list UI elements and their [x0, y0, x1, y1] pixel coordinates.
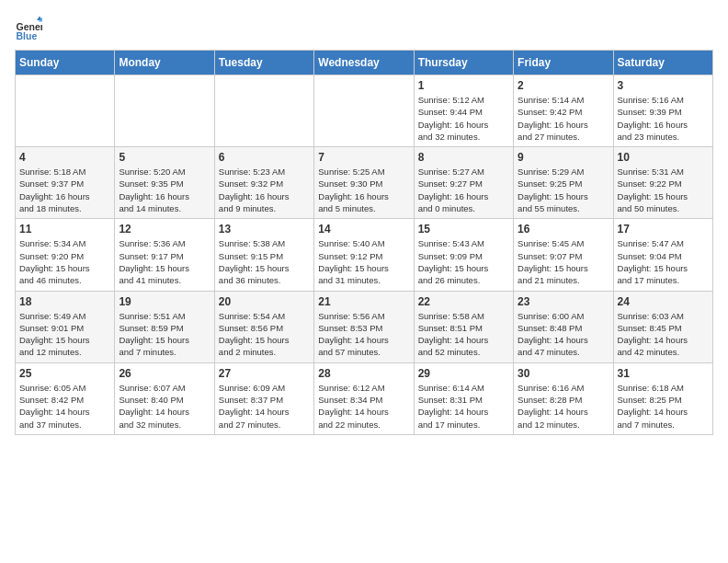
day-info: Sunrise: 6:03 AM Sunset: 8:45 PM Dayligh…: [618, 310, 709, 359]
page-header: General Blue: [15, 15, 713, 42]
day-info: Sunrise: 5:49 AM Sunset: 9:01 PM Dayligh…: [19, 310, 110, 359]
calendar-cell: [314, 75, 414, 147]
day-number: 23: [518, 295, 609, 308]
calendar-cell: 7Sunrise: 5:25 AM Sunset: 9:30 PM Daylig…: [314, 147, 414, 219]
day-info: Sunrise: 6:05 AM Sunset: 8:42 PM Dayligh…: [19, 382, 110, 431]
column-header-sunday: Sunday: [16, 51, 115, 75]
calendar-cell: 22Sunrise: 5:58 AM Sunset: 8:51 PM Dayli…: [414, 291, 513, 362]
calendar-body: 1Sunrise: 5:12 AM Sunset: 9:44 PM Daylig…: [16, 75, 713, 435]
calendar-cell: 21Sunrise: 5:56 AM Sunset: 8:53 PM Dayli…: [314, 291, 414, 362]
logo: General Blue: [15, 15, 42, 42]
day-number: 26: [119, 367, 210, 380]
calendar-cell: 12Sunrise: 5:36 AM Sunset: 9:17 PM Dayli…: [115, 219, 214, 291]
calendar-cell: 18Sunrise: 5:49 AM Sunset: 9:01 PM Dayli…: [16, 291, 115, 362]
day-info: Sunrise: 5:31 AM Sunset: 9:22 PM Dayligh…: [618, 166, 709, 214]
calendar-table: SundayMondayTuesdayWednesdayThursdayFrid…: [15, 50, 713, 435]
day-number: 16: [518, 223, 609, 236]
day-info: Sunrise: 6:00 AM Sunset: 8:48 PM Dayligh…: [518, 310, 609, 359]
day-info: Sunrise: 5:40 AM Sunset: 9:12 PM Dayligh…: [318, 237, 409, 286]
day-info: Sunrise: 6:12 AM Sunset: 8:34 PM Dayligh…: [318, 382, 409, 431]
svg-text:Blue: Blue: [17, 30, 38, 41]
day-number: 24: [618, 295, 709, 308]
day-number: 11: [19, 223, 110, 236]
column-header-friday: Friday: [514, 51, 613, 75]
day-info: Sunrise: 5:20 AM Sunset: 9:35 PM Dayligh…: [119, 166, 210, 214]
day-number: 6: [219, 151, 310, 164]
calendar-cell: 28Sunrise: 6:12 AM Sunset: 8:34 PM Dayli…: [314, 362, 414, 434]
calendar-cell: 9Sunrise: 5:29 AM Sunset: 9:25 PM Daylig…: [514, 147, 613, 219]
day-info: Sunrise: 6:16 AM Sunset: 8:28 PM Dayligh…: [518, 382, 609, 431]
calendar-cell: 24Sunrise: 6:03 AM Sunset: 8:45 PM Dayli…: [613, 291, 712, 362]
calendar-cell: [214, 75, 313, 147]
calendar-cell: 10Sunrise: 5:31 AM Sunset: 9:22 PM Dayli…: [613, 147, 712, 219]
day-number: 9: [518, 151, 609, 164]
day-info: Sunrise: 5:43 AM Sunset: 9:09 PM Dayligh…: [418, 237, 509, 286]
day-info: Sunrise: 6:07 AM Sunset: 8:40 PM Dayligh…: [119, 382, 210, 431]
day-number: 20: [219, 295, 310, 308]
day-number: 21: [318, 295, 409, 308]
calendar-cell: 16Sunrise: 5:45 AM Sunset: 9:07 PM Dayli…: [514, 219, 613, 291]
day-number: 2: [518, 79, 609, 92]
day-number: 19: [119, 295, 210, 308]
day-number: 12: [119, 223, 210, 236]
calendar-cell: 4Sunrise: 5:18 AM Sunset: 9:37 PM Daylig…: [16, 147, 115, 219]
day-info: Sunrise: 5:34 AM Sunset: 9:20 PM Dayligh…: [19, 237, 110, 286]
day-info: Sunrise: 6:09 AM Sunset: 8:37 PM Dayligh…: [219, 382, 310, 431]
calendar-header-row: SundayMondayTuesdayWednesdayThursdayFrid…: [16, 51, 713, 75]
calendar-cell: 5Sunrise: 5:20 AM Sunset: 9:35 PM Daylig…: [115, 147, 214, 219]
day-number: 14: [318, 223, 409, 236]
calendar-cell: 2Sunrise: 5:14 AM Sunset: 9:42 PM Daylig…: [514, 75, 613, 147]
day-info: Sunrise: 5:45 AM Sunset: 9:07 PM Dayligh…: [518, 237, 609, 286]
week-row-5: 25Sunrise: 6:05 AM Sunset: 8:42 PM Dayli…: [16, 362, 713, 434]
day-info: Sunrise: 5:16 AM Sunset: 9:39 PM Dayligh…: [618, 94, 709, 143]
calendar-cell: 15Sunrise: 5:43 AM Sunset: 9:09 PM Dayli…: [414, 219, 513, 291]
day-number: 30: [518, 367, 609, 380]
calendar-cell: 17Sunrise: 5:47 AM Sunset: 9:04 PM Dayli…: [613, 219, 712, 291]
day-info: Sunrise: 5:12 AM Sunset: 9:44 PM Dayligh…: [418, 94, 509, 143]
day-info: Sunrise: 5:38 AM Sunset: 9:15 PM Dayligh…: [219, 237, 310, 286]
day-number: 7: [318, 151, 409, 164]
logo-icon: General Blue: [15, 15, 42, 42]
day-number: 10: [618, 151, 709, 164]
day-number: 4: [19, 151, 110, 164]
day-number: 3: [618, 79, 709, 92]
day-number: 15: [418, 223, 509, 236]
column-header-tuesday: Tuesday: [214, 51, 313, 75]
day-info: Sunrise: 5:18 AM Sunset: 9:37 PM Dayligh…: [19, 166, 110, 214]
day-info: Sunrise: 5:36 AM Sunset: 9:17 PM Dayligh…: [119, 237, 210, 286]
day-number: 29: [418, 367, 509, 380]
day-info: Sunrise: 6:14 AM Sunset: 8:31 PM Dayligh…: [418, 382, 509, 431]
day-number: 25: [19, 367, 110, 380]
day-info: Sunrise: 5:56 AM Sunset: 8:53 PM Dayligh…: [318, 310, 409, 359]
day-number: 27: [219, 367, 310, 380]
calendar-cell: 30Sunrise: 6:16 AM Sunset: 8:28 PM Dayli…: [514, 362, 613, 434]
day-number: 18: [19, 295, 110, 308]
calendar-cell: 23Sunrise: 6:00 AM Sunset: 8:48 PM Dayli…: [514, 291, 613, 362]
day-info: Sunrise: 5:51 AM Sunset: 8:59 PM Dayligh…: [119, 310, 210, 359]
calendar-cell: 1Sunrise: 5:12 AM Sunset: 9:44 PM Daylig…: [414, 75, 513, 147]
day-info: Sunrise: 5:23 AM Sunset: 9:32 PM Dayligh…: [219, 166, 310, 214]
calendar-cell: 8Sunrise: 5:27 AM Sunset: 9:27 PM Daylig…: [414, 147, 513, 219]
day-number: 13: [219, 223, 310, 236]
week-row-2: 4Sunrise: 5:18 AM Sunset: 9:37 PM Daylig…: [16, 147, 713, 219]
day-info: Sunrise: 5:25 AM Sunset: 9:30 PM Dayligh…: [318, 166, 409, 214]
calendar-cell: 29Sunrise: 6:14 AM Sunset: 8:31 PM Dayli…: [414, 362, 513, 434]
calendar-cell: 26Sunrise: 6:07 AM Sunset: 8:40 PM Dayli…: [115, 362, 214, 434]
day-info: Sunrise: 5:14 AM Sunset: 9:42 PM Dayligh…: [518, 94, 609, 143]
calendar-cell: 20Sunrise: 5:54 AM Sunset: 8:56 PM Dayli…: [214, 291, 313, 362]
day-number: 17: [618, 223, 709, 236]
column-header-monday: Monday: [115, 51, 214, 75]
week-row-4: 18Sunrise: 5:49 AM Sunset: 9:01 PM Dayli…: [16, 291, 713, 362]
calendar-cell: 25Sunrise: 6:05 AM Sunset: 8:42 PM Dayli…: [16, 362, 115, 434]
week-row-3: 11Sunrise: 5:34 AM Sunset: 9:20 PM Dayli…: [16, 219, 713, 291]
calendar-cell: 31Sunrise: 6:18 AM Sunset: 8:25 PM Dayli…: [613, 362, 712, 434]
day-info: Sunrise: 5:27 AM Sunset: 9:27 PM Dayligh…: [418, 166, 509, 214]
day-number: 28: [318, 367, 409, 380]
calendar-cell: 6Sunrise: 5:23 AM Sunset: 9:32 PM Daylig…: [214, 147, 313, 219]
column-header-wednesday: Wednesday: [314, 51, 414, 75]
day-number: 8: [418, 151, 509, 164]
calendar-cell: [115, 75, 214, 147]
calendar-cell: 19Sunrise: 5:51 AM Sunset: 8:59 PM Dayli…: [115, 291, 214, 362]
column-header-thursday: Thursday: [414, 51, 513, 75]
calendar-cell: 27Sunrise: 6:09 AM Sunset: 8:37 PM Dayli…: [214, 362, 313, 434]
